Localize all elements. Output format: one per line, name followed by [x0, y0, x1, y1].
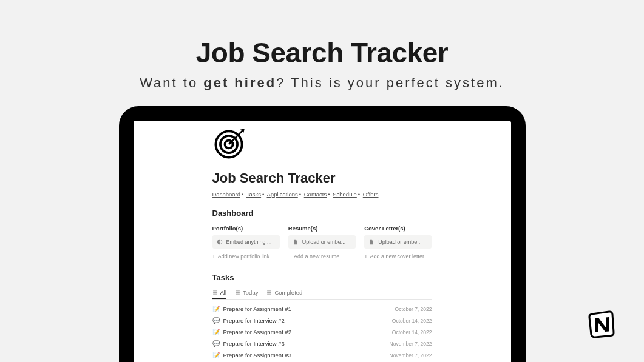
- tab-label: Today: [243, 289, 258, 296]
- task-row[interactable]: 📝 Prepare for Assignment #3 November 7, …: [212, 349, 432, 361]
- column-label: Portfolio(s): [212, 225, 280, 232]
- add-resume-link[interactable]: + Add a new resume: [288, 253, 356, 260]
- task-row[interactable]: 💬 Prepare for Interview #3 November 7, 2…: [212, 338, 432, 349]
- task-emoji-icon: 📝: [212, 352, 220, 358]
- svg-rect-12: [268, 292, 272, 293]
- column-label: Cover Letter(s): [364, 225, 432, 232]
- add-label: Add a new cover letter: [370, 253, 424, 260]
- svg-rect-10: [236, 294, 240, 295]
- dashboard-heading: Dashboard: [212, 209, 432, 218]
- tasks-tabs: All Today Completed: [212, 289, 432, 300]
- embed-placeholder: Embed anything ...: [226, 239, 272, 245]
- task-emoji-icon: 💬: [212, 317, 220, 324]
- notion-logo-icon: [586, 309, 617, 339]
- plus-icon: +: [288, 253, 291, 260]
- task-row[interactable]: 📝 Prepare for Assignment #2 October 14, …: [212, 326, 432, 338]
- tablet-frame: Job Search Tracker Dashboard• Tasks• App…: [119, 106, 526, 362]
- task-title: Prepare for Assignment #3: [223, 352, 291, 358]
- tablet-screen: Job Search Tracker Dashboard• Tasks• App…: [134, 121, 511, 362]
- svg-rect-5: [213, 291, 217, 292]
- hero-subtitle-pre: Want to: [140, 75, 203, 90]
- list-icon: [212, 290, 218, 295]
- add-label: Add a new resume: [294, 253, 339, 260]
- tab-today[interactable]: Today: [235, 289, 258, 296]
- task-emoji-icon: 💬: [212, 340, 220, 347]
- task-title: Prepare for Interview #3: [223, 340, 285, 347]
- hero-title: Job Search Tracker: [0, 36, 644, 69]
- list-icon: [266, 290, 272, 295]
- file-icon: [293, 239, 299, 245]
- target-icon: [212, 128, 432, 163]
- column-resume: Resume(s) Upload or embe... + Add a new …: [288, 225, 356, 260]
- embed-box[interactable]: Upload or embe...: [364, 235, 432, 249]
- breadcrumb: Dashboard• Tasks• Applications• Contacts…: [212, 191, 432, 198]
- embed-box[interactable]: Upload or embe...: [288, 235, 356, 249]
- task-title: Prepare for Interview #2: [223, 317, 285, 324]
- plus-icon: +: [212, 253, 215, 260]
- hero-subtitle: Want to get hired? This is your perfect …: [0, 75, 644, 91]
- embed-placeholder: Upload or embe...: [378, 239, 422, 245]
- breadcrumb-dashboard[interactable]: Dashboard: [212, 191, 240, 198]
- embed-icon: [217, 239, 223, 245]
- breadcrumb-applications[interactable]: Applications: [267, 191, 298, 198]
- add-label: Add new portfolio link: [218, 253, 270, 260]
- breadcrumb-offers[interactable]: Offers: [363, 191, 379, 198]
- task-date: October 14, 2022: [392, 318, 432, 324]
- svg-rect-6: [213, 292, 217, 293]
- column-cover-letter: Cover Letter(s) Upload or embe... + Add …: [364, 225, 432, 260]
- plus-icon: +: [364, 253, 367, 260]
- tab-label: All: [220, 289, 227, 296]
- breadcrumb-tasks[interactable]: Tasks: [246, 191, 261, 198]
- task-title: Prepare for Assignment #2: [223, 329, 291, 335]
- tasks-heading: Tasks: [212, 273, 432, 282]
- file-icon: [368, 239, 375, 245]
- breadcrumb-schedule[interactable]: Schedule: [333, 191, 357, 198]
- add-portfolio-link[interactable]: + Add new portfolio link: [212, 253, 280, 260]
- list-icon: [235, 290, 240, 295]
- task-date: November 7, 2022: [390, 341, 432, 347]
- svg-rect-9: [236, 292, 240, 293]
- page-title: Job Search Tracker: [212, 170, 432, 186]
- column-label: Resume(s): [288, 225, 356, 232]
- task-date: November 7, 2022: [390, 352, 432, 358]
- tasks-list: 📝 Prepare for Assignment #1 October 7, 2…: [212, 303, 432, 361]
- tab-all[interactable]: All: [212, 289, 227, 296]
- hero-subtitle-bold: get hired: [203, 75, 276, 90]
- svg-rect-8: [236, 291, 240, 292]
- embed-box[interactable]: Embed anything ...: [212, 235, 280, 249]
- task-emoji-icon: 📝: [212, 306, 220, 312]
- hero-subtitle-post: ? This is your perfect system.: [276, 75, 504, 90]
- task-emoji-icon: 📝: [212, 329, 220, 335]
- svg-rect-11: [268, 291, 272, 292]
- task-date: October 7, 2022: [395, 306, 432, 312]
- add-cover-letter-link[interactable]: + Add a new cover letter: [364, 253, 432, 260]
- task-row[interactable]: 💬 Prepare for Interview #2 October 14, 2…: [212, 315, 432, 326]
- breadcrumb-contacts[interactable]: Contacts: [304, 191, 327, 198]
- dashboard-columns: Portfolio(s) Embed anything ... + Add ne…: [212, 225, 432, 260]
- task-date: October 14, 2022: [392, 329, 432, 335]
- task-row[interactable]: 📝 Prepare for Assignment #1 October 7, 2…: [212, 303, 432, 315]
- svg-rect-13: [268, 294, 272, 295]
- task-title: Prepare for Assignment #1: [223, 306, 291, 312]
- svg-rect-7: [213, 294, 217, 295]
- embed-placeholder: Upload or embe...: [302, 239, 346, 245]
- column-portfolio: Portfolio(s) Embed anything ... + Add ne…: [212, 225, 280, 260]
- tab-completed[interactable]: Completed: [266, 289, 302, 296]
- tab-label: Completed: [274, 289, 302, 296]
